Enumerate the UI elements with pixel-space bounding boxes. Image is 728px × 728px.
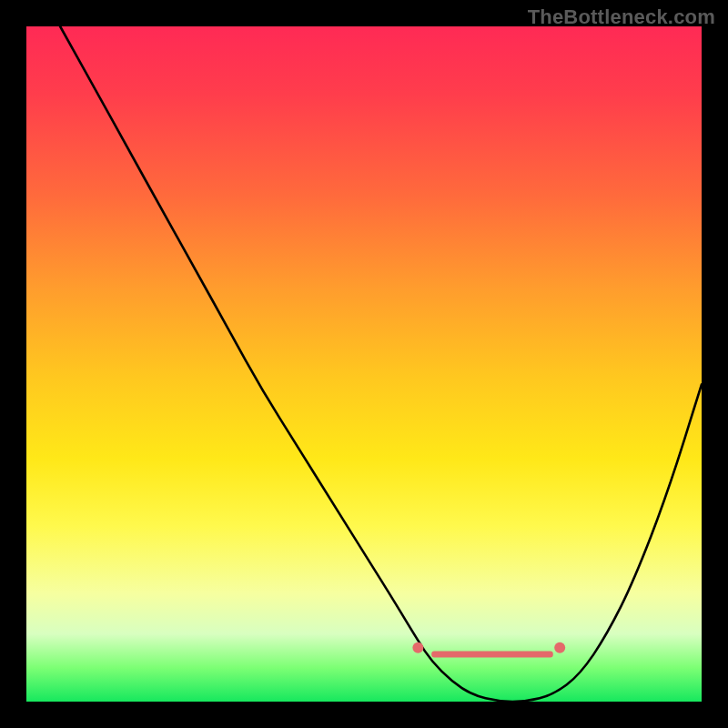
flat-region-left-dot bbox=[412, 642, 423, 653]
flat-region-band bbox=[431, 652, 553, 658]
chart-container: TheBottleneck.com bbox=[0, 0, 728, 728]
flat-region-right-dot bbox=[554, 642, 565, 653]
watermark-text: TheBottleneck.com bbox=[528, 5, 715, 29]
bottleneck-curve bbox=[60, 26, 702, 702]
plot-area bbox=[26, 26, 702, 702]
curve-svg bbox=[26, 26, 702, 702]
